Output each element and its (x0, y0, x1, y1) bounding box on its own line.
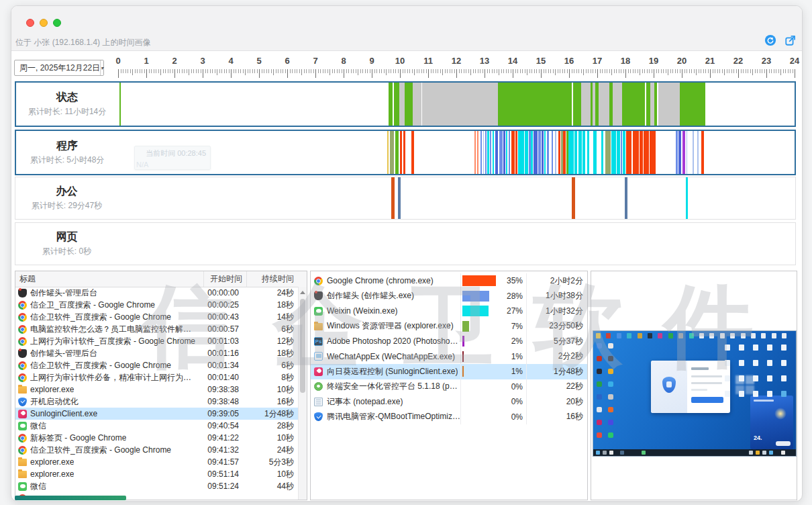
notepad-icon (314, 398, 323, 406)
table-row[interactable]: 创作罐头-管理后台00:00:0024秒 (15, 287, 298, 299)
status-segment (680, 83, 705, 126)
status-segment (658, 83, 679, 126)
program-row[interactable]: 终端安全一体化管控平台 5.1.18 (p2console...0%22秒 (311, 379, 587, 395)
web-track[interactable] (118, 223, 795, 265)
table-row[interactable]: 微信09:51:2444秒 (15, 480, 298, 492)
thumbnail-desktop-icon (781, 360, 786, 366)
status-segment (573, 83, 581, 126)
program-row[interactable]: 腾讯电脑管家-QMBootTimeOptimizer (Q...0%16秒 (311, 410, 587, 425)
thumbnail-desktop-icon (597, 394, 602, 400)
page-title: 位于 小张 (192.168.1.4) 上的时间画像 (15, 37, 150, 48)
thumbnail-desktop-icon (597, 420, 602, 425)
row-label-office: 办公 累计时长: 29分47秒 (15, 177, 118, 219)
thumbnail-desktop-icon (597, 343, 602, 349)
thumbnail-taskbar-icon (781, 451, 785, 455)
date-picker[interactable]: 周一, 2025年12月22日 ▾ (14, 60, 104, 76)
program-row[interactable]: 创作罐头 (创作罐头.exe)28%1小时38分 (311, 289, 587, 304)
export-button[interactable] (784, 34, 797, 46)
activity-bar (555, 131, 556, 174)
table-row[interactable]: explorer.exe09:51:1410秒 (15, 468, 298, 480)
table-row[interactable]: 上网行为审计软件_百度搜索 - Google Chrome00:01:0312秒 (15, 335, 298, 347)
status-segment (399, 83, 405, 126)
row-title: 网页 (15, 230, 118, 244)
thumbnail-desktop-icon (730, 333, 735, 338)
program-row[interactable]: PsAdobe Photoshop 2020 (Photoshop.exe)2%… (311, 334, 587, 349)
chrome-icon (18, 434, 27, 443)
program-row[interactable]: 记事本 (notepad.exe)0%20秒 (311, 394, 587, 410)
thumbnail-desktop-icon (627, 333, 631, 338)
timeline-row-status: 状态 累计时长: 11小时14分 (15, 81, 796, 127)
status-segment (422, 83, 499, 126)
table-row[interactable]: 信企卫软件_百度搜索 - Google Chrome00:01:346秒 (15, 359, 298, 371)
program-row[interactable]: Google Chrome (chrome.exe)35%2小时2分 (311, 273, 587, 289)
office-track[interactable] (118, 177, 795, 219)
close-button[interactable] (26, 19, 34, 27)
table-row[interactable]: 上网行为审计软件必备，精准审计上网行为，提升...00:01:408秒 (15, 371, 298, 383)
thumbnail-desktop-icon (767, 391, 772, 397)
chrome-icon (18, 337, 27, 346)
activity-bar (572, 177, 575, 219)
activity-bar (499, 131, 503, 174)
table-row[interactable]: 开机启动优化09:38:4816秒 (15, 396, 298, 408)
table-body: 创作罐头-管理后台00:00:0024秒信企卫_百度搜索 - Google Ch… (15, 287, 298, 500)
chrome-icon (18, 325, 27, 334)
activity-bar (578, 131, 582, 174)
activity-bar (480, 131, 482, 174)
column-duration[interactable]: 持续时间 (247, 271, 298, 287)
thumbnail-taskbar (593, 449, 796, 456)
programs-track[interactable] (118, 131, 795, 174)
maximize-button[interactable] (53, 19, 61, 27)
activity-bar (568, 131, 574, 174)
shield-icon (314, 412, 323, 421)
desktop-thumbnail[interactable]: 24. (593, 330, 797, 457)
program-row[interactable]: 向日葵远程控制 (SunloginClient.exe)1%1分48秒 (311, 364, 587, 379)
tooltip-value: N/A (136, 160, 206, 169)
thumbnail-news-widget: 24. (750, 396, 793, 449)
table-row[interactable]: 电脑监控软件怎么选？员工电脑监控软件解析，202...00:00:576秒 (15, 323, 298, 335)
thumbnail-desktop-icon (751, 333, 756, 338)
ruler-ticks (118, 69, 799, 80)
table-row[interactable]: 信企卫软件_百度搜索 - Google Chrome00:00:4314秒 (15, 311, 298, 323)
thumbnail-desktop-icon (608, 356, 613, 361)
program-row[interactable]: Windows 资源管理器 (explorer.exe)7%23分50秒 (311, 319, 587, 334)
table-row[interactable]: 信企卫_百度搜索 - Google Chrome00:00:2518秒 (15, 299, 298, 311)
folder-icon (18, 471, 27, 478)
table-row[interactable]: explorer.exe09:38:3810秒 (15, 383, 298, 396)
refresh-button[interactable] (764, 34, 776, 46)
scroll-thumb[interactable] (300, 299, 305, 393)
activity-bar (477, 131, 478, 174)
thumbnail-desktop-icon (767, 360, 772, 366)
sunlogin-icon (314, 367, 323, 376)
table-row[interactable]: 创作罐头-管理后台00:01:1618秒 (15, 347, 298, 359)
status-segment (622, 83, 645, 126)
thumbnail-desktop-icon (596, 333, 601, 338)
table-row[interactable]: explorer.exe09:41:575分3秒 (15, 456, 298, 468)
minimize-button[interactable] (40, 19, 48, 27)
column-start-time[interactable]: 开始时间 (204, 271, 247, 287)
activity-bar (506, 131, 507, 174)
row-total-duration: 累计时长: 29分47秒 (15, 200, 118, 212)
program-row[interactable]: Weixin (Weixin.exe)27%1小时32分 (311, 304, 587, 319)
scroll-up-button[interactable] (299, 288, 307, 296)
thumbnail-login-dialog (651, 361, 730, 413)
thumbnail-desktop-icon (781, 345, 786, 351)
program-row[interactable]: WeChatAppEx (WeChatAppEx.exe)1%2分2秒 (311, 349, 587, 365)
table-row[interactable]: SunloginClient.exe09:39:051分48秒 (15, 408, 298, 420)
activity-bar (623, 131, 625, 174)
table-row[interactable]: 新标签页 - Google Chrome09:41:2210秒 (15, 432, 298, 444)
thumbnail-desktop-icon (597, 407, 602, 412)
thumbnail-desktop-icon (608, 407, 613, 412)
table-scrollbar[interactable] (298, 287, 307, 500)
status-segment (394, 83, 399, 126)
shield-lock-icon (662, 377, 676, 393)
table-row[interactable]: 信企卫软件_百度搜索 - Google Chrome09:41:3224秒 (15, 444, 298, 456)
activity-bar (640, 131, 643, 174)
wechatappex-icon (314, 352, 323, 361)
current-time-cursor (119, 83, 121, 126)
status-track[interactable] (118, 83, 795, 126)
thumbnail-desktop-icon (709, 333, 714, 338)
column-title[interactable]: 标题 (15, 271, 204, 287)
thumbnail-desktop-icon (689, 333, 694, 338)
table-row[interactable]: 微信09:40:5428秒 (15, 420, 298, 432)
wechat-icon (18, 482, 27, 491)
